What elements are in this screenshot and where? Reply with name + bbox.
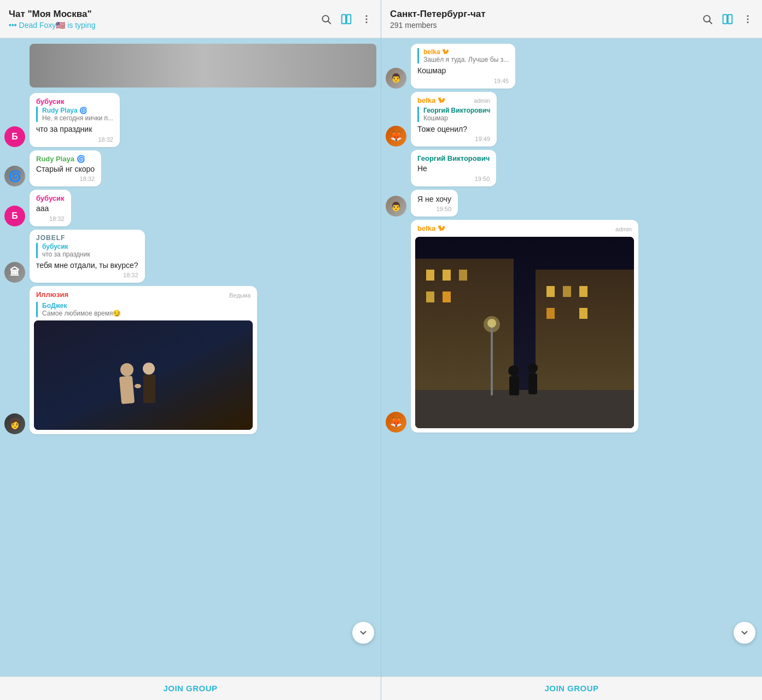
sender-georgy-1: Георгий Викторович [417,154,490,162]
msg-row-1: Б бубусик Rudy Playa 🌀 Не, я сегодня иич… [4,93,376,147]
reply-text-4: что за праздник [42,250,138,258]
msg-row-3: Б бубусик ааа 18:32 [4,190,376,226]
rreply-bar-1: belka 🐿 Зашёл я туда. Лучше бы з... [417,48,509,63]
svg-rect-31 [546,308,555,319]
admin-badge-1: admin [474,97,490,104]
avatar-illyuziya: 👩 [4,413,25,434]
rreply-name-2: Георгий Викторович [423,107,490,114]
right-chat-header: Санкт-Петербург-чат 291 members [381,0,762,38]
rbubble-meta-4: 19:50 [417,206,451,212]
reply-text-1: Не, я сегодня иички п... [42,114,113,122]
bubble-time-1: 18:32 [98,136,113,143]
right-chat-footer: JOIN GROUP [381,676,762,700]
sender-belka-1: belka 🐿 [417,96,445,104]
sender-jobelf: JOBELF [36,234,138,242]
right-more-icon[interactable] [742,14,753,25]
right-search-icon[interactable] [702,14,713,25]
svg-point-19 [747,21,749,23]
avatar-bubusik-1: Б [4,126,25,147]
rmsg-row-3: Георгий Викторович Не 19:50 [386,150,758,186]
svg-rect-26 [426,291,434,302]
left-chat-header-info: Чат "Моя Москва" ••• Dead Foxy🇺🇸 is typi… [9,9,321,30]
left-chat-messages: Б бубусик Rudy Playa 🌀 Не, я сегодня иич… [0,38,381,441]
svg-point-4 [366,15,368,16]
bubble-text-2: Старый нг скоро [36,164,95,175]
rbubble-text-1: Кошмар [417,66,509,77]
typing-user: Dead Foxy🇺🇸 [19,21,66,30]
svg-point-5 [366,18,368,20]
svg-rect-37 [528,374,537,394]
right-header-icons [702,13,753,25]
svg-rect-28 [546,286,555,297]
svg-rect-33 [415,390,634,428]
bubble-meta-3: 18:32 [36,215,65,222]
left-chat-footer: JOIN GROUP [0,676,381,700]
svg-rect-27 [443,291,451,302]
rbubble-time-3: 19:50 [475,176,490,182]
reply-name-4: бубусик [42,243,138,250]
typing-dots: ••• [9,21,19,30]
bubble-3: бубусик ааа 18:32 [30,190,71,226]
admin-badge-2: admin [615,226,632,232]
svg-point-36 [528,363,538,373]
svg-point-34 [508,365,519,376]
svg-point-10 [143,363,155,375]
left-chat-title: Чат "Моя Москва" [9,9,321,20]
svg-rect-32 [579,308,588,319]
svg-rect-11 [143,375,155,403]
svg-rect-9 [119,376,135,404]
rreply-name-1: belka 🐿 [423,48,509,56]
rreply-text-1: Зашёл я туда. Лучше бы з... [423,56,509,63]
svg-rect-15 [723,14,727,24]
left-more-icon[interactable] [361,14,372,25]
sender-belka-2: belka 🐿 [417,224,445,232]
rreply-bar-2: Георгий Викторович Кошмар [417,107,490,122]
left-search-icon[interactable] [321,14,331,25]
reply-name-5: БоДжек [42,302,251,310]
right-chat-header-info: Санкт-Петербург-чат 291 members [390,9,702,30]
rbubble-1: belka 🐿 Зашёл я туда. Лучше бы з... Кошм… [411,44,515,89]
avatar-rudy: 🌀 [4,166,25,186]
left-chat-header: Чат "Моя Москва" ••• Dead Foxy🇺🇸 is typi… [0,0,381,38]
svg-rect-39 [491,324,493,395]
bubble-1: бубусик Rudy Playa 🌀 Не, я сегодня иички… [30,93,120,147]
svg-rect-2 [342,14,346,24]
left-header-icons [321,13,372,25]
sender-rudy: Rudy Playa 🌀 [36,155,95,163]
rmsg-row-4: 👨 Я не хочу 19:50 [386,190,758,217]
svg-line-1 [328,21,331,24]
bubble-meta-4: 18:32 [36,272,138,278]
svg-point-40 [487,319,496,328]
left-columns-icon[interactable] [340,13,352,25]
right-chat-title: Санкт-Петербург-чат [390,9,702,20]
rbubble-meta-2: 19:49 [417,136,490,142]
badge-vedma: Ведьма [229,292,251,299]
rbubble-time-4: 19:50 [437,206,452,212]
right-join-button[interactable]: JOIN GROUP [544,684,598,693]
bubble-meta-2: 18:32 [36,176,95,182]
left-chat-subtitle: ••• Dead Foxy🇺🇸 is typing [9,21,321,30]
avatar-bubusik-2: Б [4,206,25,226]
svg-rect-7 [34,320,253,430]
rbubble-2: belka 🐿 admin Георгий Викторович Кошмар … [411,92,497,147]
rbubble-time-1: 19:45 [494,78,509,84]
street-image [415,237,634,428]
rbubble-5-header: belka 🐿 admin [415,224,634,237]
left-join-button[interactable]: JOIN GROUP [163,684,217,693]
svg-rect-35 [509,376,519,395]
right-scroll-down-button[interactable] [734,622,755,644]
top-strip-image [30,44,376,88]
bubble-text-1: что за праздник [36,124,113,135]
rbubble-4: Я не хочу 19:50 [411,190,458,217]
sender-bubusik-2: бубусик [36,194,65,202]
bubble-meta-1: 18:32 [36,136,113,143]
msg-row-5: 👩 Иллюзия Ведьма БоДжек Самое любимое вр… [4,286,376,434]
right-messages-container: 👨 belka 🐿 Зашёл я туда. Лучше бы з... Ко… [381,38,762,676]
bubble-4: JOBELF бубусик что за праздник тебя мне … [30,230,145,283]
typing-label: is typing [65,21,95,30]
right-chat-panel: Санкт-Петербург-чат 291 members [381,0,762,700]
left-scroll-down-button[interactable] [352,622,374,644]
svg-point-18 [747,18,749,20]
right-columns-icon[interactable] [722,13,734,25]
avatar-georgy-1: 👨 [386,68,406,89]
